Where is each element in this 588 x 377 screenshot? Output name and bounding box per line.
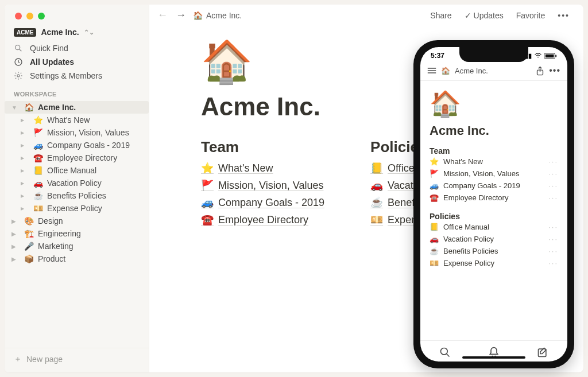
nav-forward-button[interactable]: → (175, 9, 187, 21)
page-link[interactable]: 🚩Mission, Vision, Values (201, 177, 324, 194)
nav-back-button[interactable]: ← (156, 9, 169, 21)
svg-rect-5 (546, 54, 554, 57)
disclosure-closed-icon[interactable]: ▶ (11, 231, 20, 237)
phone-page-link[interactable]: 💴 Expense Policy ··· (430, 257, 558, 269)
row-more-icon[interactable]: ··· (548, 169, 558, 178)
page-emoji-icon: 🚙 (430, 181, 439, 190)
quick-find-button[interactable]: Quick Find (5, 41, 149, 55)
disclosure-closed-icon[interactable]: ▶ (11, 243, 20, 250)
page-link[interactable]: 🚙Company Goals - 2019 (201, 194, 324, 211)
disclosure-closed-icon[interactable]: ▶ (21, 156, 29, 161)
row-more-icon[interactable]: ··· (548, 259, 558, 267)
gear-icon (14, 71, 24, 80)
phone-page-link[interactable]: 📒 Office Manual ··· (430, 221, 558, 233)
column-heading[interactable]: Team (201, 138, 324, 156)
page-link[interactable]: ☎️Employee Directory (201, 211, 324, 228)
sidebar-page-item[interactable]: ▶ 🏗️ Engineering (5, 227, 149, 240)
disclosure-closed-icon[interactable]: ▶ (21, 206, 29, 211)
page-link-label: What's New (218, 162, 273, 174)
compose-tab-icon[interactable] (537, 347, 548, 358)
phone-page-link[interactable]: 🚗 Vacation Policy ··· (430, 233, 558, 245)
row-more-icon[interactable]: ··· (548, 247, 558, 255)
phone-page-link[interactable]: ⭐ What's New ··· (430, 156, 558, 168)
phone-link-label: Office Manual (443, 223, 489, 231)
row-more-icon[interactable]: ··· (548, 193, 558, 202)
phone-time: 5:37 (431, 52, 444, 60)
disclosure-closed-icon[interactable]: ▶ (11, 256, 20, 262)
page-emoji-icon: 🚙 (32, 141, 44, 150)
phone-notch (459, 47, 528, 62)
share-ios-icon[interactable] (536, 66, 544, 76)
phone-page-link[interactable]: ☎️ Employee Directory ··· (430, 192, 558, 204)
battery-icon (544, 53, 557, 59)
sidebar-page-item[interactable]: ▶ 🚙 Company Goals - 2019 (5, 139, 149, 151)
sidebar-page-item[interactable]: ▶ 📒 Office Manual (5, 164, 149, 177)
page-emoji-icon: 📒 (370, 162, 383, 174)
page-link[interactable]: ⭐What's New (201, 160, 324, 177)
row-more-icon[interactable]: ··· (548, 235, 558, 243)
breadcrumb[interactable]: 🏠 Acme Inc. (193, 11, 242, 20)
sidebar-page-item[interactable]: ▶ 💴 Expense Policy (5, 202, 149, 215)
more-icon[interactable]: ••• (549, 65, 560, 76)
sidebar-page-label: Marketing (38, 242, 73, 251)
row-more-icon[interactable]: ··· (548, 181, 558, 190)
maximize-window-button[interactable] (38, 13, 45, 20)
hamburger-icon[interactable] (427, 67, 436, 75)
page-emoji-icon: ⭐ (430, 157, 439, 166)
chevron-updown-icon: ⌃⌄ (84, 29, 94, 36)
sidebar-page-label: Acme Inc. (38, 103, 76, 112)
sidebar-page-label: Office Manual (47, 166, 96, 175)
sidebar-page-item[interactable]: ▶ 🚗 Vacation Policy (5, 177, 149, 189)
phone-header-title: Acme Inc. (455, 67, 488, 75)
sidebar-page-acme[interactable]: ▼ 🏠 Acme Inc. (5, 101, 149, 114)
content-column: Team⭐What's New🚩Mission, Vision, Values🚙… (201, 138, 324, 228)
phone-section-heading[interactable]: Team (430, 146, 558, 156)
sidebar-page-item[interactable]: ▶ ⭐ What's New (5, 114, 149, 126)
row-more-icon[interactable]: ··· (548, 223, 558, 231)
disclosure-closed-icon[interactable]: ▶ (21, 130, 29, 135)
updates-button[interactable]: ✓ Updates (461, 11, 507, 20)
phone-page-link[interactable]: 🚙 Company Goals - 2019 ··· (430, 180, 558, 192)
minimize-window-button[interactable] (26, 13, 33, 20)
sidebar-page-item[interactable]: ▶ 🚩 Mission, Vision, Values (5, 126, 149, 139)
sidebar-page-item[interactable]: ▶ 🎨 Design (5, 215, 149, 227)
disclosure-closed-icon[interactable]: ▶ (21, 181, 29, 186)
row-more-icon[interactable]: ··· (548, 157, 558, 166)
sidebar-page-item[interactable]: ▶ ☕ Benefits Policies (5, 189, 149, 202)
house-icon: 🏠 (193, 11, 203, 20)
phone-link-label: Expense Policy (443, 259, 494, 267)
disclosure-closed-icon[interactable]: ▶ (21, 118, 29, 123)
sidebar-page-label: Benefits Policies (47, 191, 106, 200)
new-page-button[interactable]: ＋ New page (5, 348, 149, 372)
phone-page-link[interactable]: 🚩 Mission, Vision, Values ··· (430, 168, 558, 180)
phone-section-heading[interactable]: Policies (430, 212, 558, 221)
disclosure-closed-icon[interactable]: ▶ (21, 143, 29, 148)
disclosure-open-icon[interactable]: ▼ (11, 104, 20, 111)
home-indicator[interactable] (462, 356, 525, 359)
settings-members-button[interactable]: Settings & Members (5, 69, 149, 83)
disclosure-closed-icon[interactable]: ▶ (11, 218, 20, 224)
phone-link-label: What's New (443, 157, 483, 166)
workspace-switcher[interactable]: ACME Acme Inc. ⌃⌄ (5, 25, 149, 41)
svg-point-3 (17, 75, 20, 77)
all-updates-label: All Updates (30, 57, 74, 67)
page-emoji-icon: ☎️ (32, 153, 44, 162)
sidebar-page-item[interactable]: ▶ 🎤 Marketing (5, 240, 149, 252)
settings-members-label: Settings & Members (30, 71, 102, 80)
phone-mockup: 5:37 ▮▮▮ 🏠 Acme Inc. ••• (413, 40, 574, 368)
svg-line-12 (446, 354, 449, 357)
sidebar-page-item[interactable]: ▶ ☎️ Employee Directory (5, 151, 149, 164)
sidebar-page-item[interactable]: ▶ 📦 Product (5, 252, 149, 265)
phone-page-icon[interactable]: 🏠 (430, 89, 558, 119)
disclosure-closed-icon[interactable]: ▶ (21, 193, 29, 199)
page-emoji-icon: ☕ (430, 247, 439, 255)
disclosure-closed-icon[interactable]: ▶ (21, 168, 29, 173)
all-updates-button[interactable]: All Updates (5, 55, 149, 69)
close-window-button[interactable] (15, 13, 22, 20)
share-button[interactable]: Share (427, 11, 455, 20)
more-button[interactable]: ••• (554, 11, 573, 20)
phone-page-link[interactable]: ☕ Benefits Policies ··· (430, 245, 558, 257)
phone-page-title[interactable]: Acme Inc. (430, 123, 558, 138)
search-tab-icon[interactable] (439, 347, 451, 358)
favorite-button[interactable]: Favorite (513, 11, 549, 20)
